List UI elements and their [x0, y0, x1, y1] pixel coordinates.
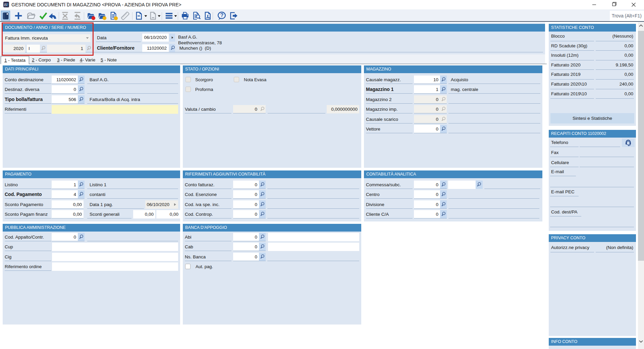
svg-text:2: 2 — [6, 3, 8, 7]
svg-text:?: ? — [220, 12, 224, 18]
